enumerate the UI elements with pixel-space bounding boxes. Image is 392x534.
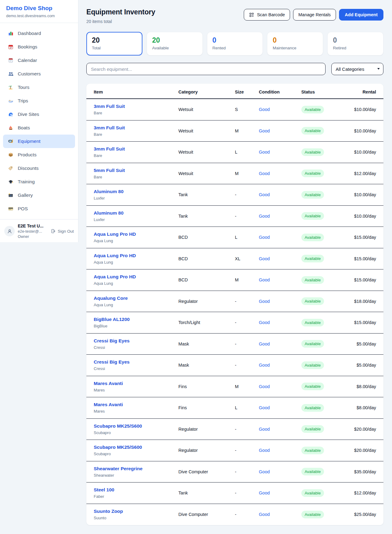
table-row: Scubapro MK25/S600 Scubapro Regulator - … bbox=[86, 440, 383, 461]
item-link[interactable]: Aluminum 80 bbox=[94, 210, 179, 216]
stat-label: Total bbox=[92, 46, 137, 50]
condition-link[interactable]: Good bbox=[259, 214, 301, 219]
condition-link[interactable]: Good bbox=[259, 341, 301, 346]
graduation-cap-icon bbox=[8, 179, 13, 185]
stat-value: 20 bbox=[92, 36, 137, 44]
stat-card-available[interactable]: 20 Available bbox=[147, 32, 203, 55]
sign-out-button[interactable]: Sign Out bbox=[51, 229, 74, 234]
item-brand: Luxfer bbox=[94, 217, 179, 222]
sidebar-item-boats[interactable]: Boats bbox=[3, 121, 75, 135]
condition-link[interactable]: Good bbox=[259, 192, 301, 197]
item-link[interactable]: Aqua Lung Pro HD bbox=[94, 274, 179, 280]
condition-link[interactable]: Good bbox=[259, 512, 301, 517]
condition-link[interactable]: Good bbox=[259, 171, 301, 176]
item-cell: Aluminum 80 Luxfer bbox=[94, 210, 179, 222]
item-link[interactable]: Cressi Big Eyes bbox=[94, 338, 179, 344]
sidebar-item-customers[interactable]: Customers bbox=[3, 67, 75, 81]
item-link[interactable]: Mares Avanti bbox=[94, 381, 179, 386]
item-cell: Mares Avanti Mares bbox=[94, 381, 179, 392]
status-badge: Available bbox=[301, 148, 324, 156]
stat-card-rented[interactable]: 0 Rented bbox=[207, 32, 263, 55]
condition-link[interactable]: Good bbox=[259, 320, 301, 325]
condition-link[interactable]: Good bbox=[259, 469, 301, 474]
cell-category: Dive Computer bbox=[179, 512, 235, 517]
item-link[interactable]: BigBlue AL1200 bbox=[94, 317, 179, 322]
sidebar-item-pos[interactable]: POS bbox=[3, 202, 75, 216]
condition-link[interactable]: Good bbox=[259, 150, 301, 154]
sidebar-item-gallery[interactable]: Gallery bbox=[3, 189, 75, 202]
search-input[interactable] bbox=[86, 63, 326, 75]
sidebar-item-dashboard[interactable]: Dashboard bbox=[3, 27, 75, 40]
cell-status: Available bbox=[301, 106, 334, 113]
brand-title[interactable]: Demo Dive Shop bbox=[6, 5, 72, 12]
status-badge: Available bbox=[301, 511, 324, 518]
condition-link[interactable]: Good bbox=[259, 256, 301, 261]
sailboat-icon bbox=[8, 125, 13, 131]
condition-link[interactable]: Good bbox=[259, 405, 301, 410]
calendar-pad-icon bbox=[8, 58, 13, 63]
column-header-item: Item bbox=[94, 90, 179, 94]
sidebar-item-dive-sites[interactable]: Dive Sites bbox=[3, 108, 75, 121]
sidebar-item-products[interactable]: Products bbox=[3, 148, 75, 162]
item-link[interactable]: Scubapro MK25/S600 bbox=[94, 423, 179, 429]
condition-link[interactable]: Good bbox=[259, 427, 301, 432]
condition-link[interactable]: Good bbox=[259, 490, 301, 495]
sidebar-item-bookings[interactable]: 17 Bookings bbox=[3, 40, 75, 54]
condition-link[interactable]: Good bbox=[259, 107, 301, 112]
brand-domain: demo.test.divestreams.com bbox=[6, 13, 72, 18]
condition-link[interactable]: Good bbox=[259, 277, 301, 282]
cell-category: Torch/Light bbox=[179, 320, 235, 325]
item-link[interactable]: Scubapro MK25/S600 bbox=[94, 444, 179, 450]
item-link[interactable]: Shearwater Peregrine bbox=[94, 466, 179, 471]
status-badge: Available bbox=[301, 468, 324, 475]
condition-link[interactable]: Good bbox=[259, 363, 301, 368]
item-link[interactable]: 3mm Full Suit bbox=[94, 146, 179, 152]
table-row: 3mm Full Suit Bare Wetsuit L Good Availa… bbox=[86, 142, 383, 163]
package-icon bbox=[8, 152, 13, 158]
add-equipment-button[interactable]: Add Equipment bbox=[339, 9, 383, 21]
scan-barcode-button[interactable]: Scan Barcode bbox=[244, 9, 290, 21]
sidebar-item-calendar[interactable]: Calendar bbox=[3, 54, 75, 67]
item-link[interactable]: Aqua Lung Pro HD bbox=[94, 253, 179, 258]
condition-link[interactable]: Good bbox=[259, 448, 301, 453]
sidebar-item-trips[interactable]: Trips bbox=[3, 94, 75, 108]
item-link[interactable]: Mares Avanti bbox=[94, 402, 179, 407]
item-link[interactable]: Aqualung Core bbox=[94, 296, 179, 301]
item-link[interactable]: Aqua Lung Pro HD bbox=[94, 231, 179, 237]
item-link[interactable]: Aluminum 80 bbox=[94, 189, 179, 194]
item-link[interactable]: 3mm Full Suit bbox=[94, 104, 179, 109]
sidebar-item-equipment[interactable]: Equipment bbox=[3, 135, 75, 148]
stat-card-total[interactable]: 20 Total bbox=[86, 32, 142, 55]
cell-rental: $5.00/day bbox=[334, 363, 376, 368]
item-link[interactable]: Suunto Zoop bbox=[94, 509, 179, 514]
cell-size: - bbox=[235, 341, 259, 346]
sidebar-item-discounts[interactable]: Discounts bbox=[3, 162, 75, 175]
item-link[interactable]: 3mm Full Suit bbox=[94, 125, 179, 131]
item-link[interactable]: Cressi Big Eyes bbox=[94, 359, 179, 365]
stat-card-retired[interactable]: 0 Retired bbox=[327, 32, 383, 55]
items-total-count: 20 items total bbox=[86, 19, 155, 24]
item-link[interactable]: Steel 100 bbox=[94, 487, 179, 493]
condition-link[interactable]: Good bbox=[259, 235, 301, 240]
cell-category: Wetsuit bbox=[179, 150, 235, 154]
stat-card-maintenance[interactable]: 0 Maintenance bbox=[267, 32, 323, 55]
condition-link[interactable]: Good bbox=[259, 128, 301, 133]
item-brand: BigBlue bbox=[94, 324, 179, 328]
manage-rentals-button[interactable]: Manage Rentals bbox=[293, 9, 336, 21]
cell-rental: $18.00/day bbox=[334, 299, 376, 304]
item-link[interactable]: 5mm Full Suit bbox=[94, 168, 179, 173]
cell-size: - bbox=[235, 490, 259, 495]
item-cell: Aqua Lung Pro HD Aqua Lung bbox=[94, 274, 179, 286]
sidebar-item-tours[interactable]: Tours bbox=[3, 81, 75, 94]
condition-link[interactable]: Good bbox=[259, 299, 301, 304]
condition-link[interactable]: Good bbox=[259, 384, 301, 389]
item-brand: Aqua Lung bbox=[94, 303, 179, 307]
sidebar-item-training[interactable]: Training bbox=[3, 175, 75, 189]
cell-category: Mask bbox=[179, 363, 235, 368]
item-brand: Aqua Lung bbox=[94, 281, 179, 286]
cell-status: Available bbox=[301, 127, 334, 135]
category-select[interactable]: All Categories bbox=[331, 63, 383, 75]
cell-size: L bbox=[235, 150, 259, 154]
cell-category: BCD bbox=[179, 277, 235, 282]
cell-size: - bbox=[235, 512, 259, 517]
